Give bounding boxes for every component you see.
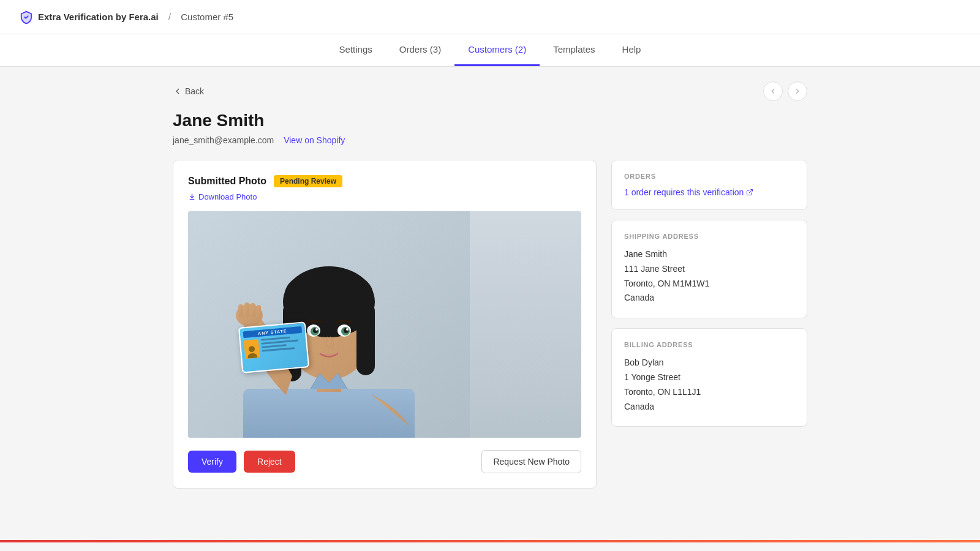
customer-meta: jane_smith@example.com View on Shopify xyxy=(173,135,807,145)
back-nav-row: Back xyxy=(173,81,807,101)
id-card-info xyxy=(261,335,304,358)
billing-address-card: BILLING ADDRESS Bob Dylan 1 Yonge Street… xyxy=(611,328,807,427)
illustration-bg: ANY STATE xyxy=(188,211,581,438)
shield-icon xyxy=(20,10,33,24)
shipping-country: Canada xyxy=(624,291,794,305)
svg-rect-9 xyxy=(356,302,375,375)
photo-card-header: Submitted Photo Pending Review xyxy=(188,175,581,187)
billing-address-title: BILLING ADDRESS xyxy=(624,341,794,348)
svg-rect-20 xyxy=(238,304,243,318)
id-card-line-4 xyxy=(262,347,295,352)
nav-arrows xyxy=(763,81,807,101)
id-card-photo xyxy=(244,339,260,359)
customer-name: Jane Smith xyxy=(173,111,807,130)
billing-country: Canada xyxy=(624,400,794,414)
svg-point-24 xyxy=(249,346,255,353)
svg-point-17 xyxy=(315,328,318,331)
svg-point-18 xyxy=(346,328,349,331)
brand-name: Extra Verification by Fera.ai xyxy=(38,12,159,22)
top-bar: Extra Verification by Fera.ai / Customer… xyxy=(0,0,980,34)
right-panel: ORDERS 1 order requires this verificatio… xyxy=(611,160,807,427)
shipping-street: 111 Jane Street xyxy=(624,262,794,277)
shipping-address-title: SHIPPING ADDRESS xyxy=(624,233,794,240)
orders-link[interactable]: 1 order requires this verification xyxy=(624,187,794,197)
svg-rect-22 xyxy=(251,303,255,317)
svg-rect-23 xyxy=(257,305,261,317)
content-grid: Submitted Photo Pending Review Download … xyxy=(173,160,807,489)
person-illustration xyxy=(188,211,470,438)
nav-item-orders[interactable]: Orders (3) xyxy=(386,34,454,66)
breadcrumb-separator: / xyxy=(168,12,171,23)
shipping-address-block: Jane Smith 111 Jane Street Toronto, ON M… xyxy=(624,247,794,305)
action-row: Verify Reject Request New Photo xyxy=(188,450,581,473)
photo-card-title: Submitted Photo xyxy=(188,176,266,187)
shipping-name: Jane Smith xyxy=(624,247,794,262)
orders-card: ORDERS 1 order requires this verificatio… xyxy=(611,160,807,210)
pending-badge: Pending Review xyxy=(274,175,342,187)
id-card-body xyxy=(244,335,304,359)
action-left: Verify Reject xyxy=(188,451,295,473)
arrow-left-icon xyxy=(769,87,777,96)
next-customer-button[interactable] xyxy=(788,81,807,101)
nav-item-templates[interactable]: Templates xyxy=(540,34,608,66)
back-link[interactable]: Back xyxy=(173,86,204,96)
verify-button[interactable]: Verify xyxy=(188,451,236,473)
shipping-city: Toronto, ON M1M1W1 xyxy=(624,277,794,291)
svg-rect-4 xyxy=(243,389,415,438)
svg-rect-21 xyxy=(244,302,249,317)
id-card-overlay: ANY STATE xyxy=(238,321,309,373)
id-card-person-icon xyxy=(246,344,258,358)
arrow-right-icon xyxy=(793,87,802,96)
billing-name: Bob Dylan xyxy=(624,356,794,370)
download-icon xyxy=(188,193,196,201)
photo-container: ANY STATE xyxy=(188,211,581,438)
reject-button[interactable]: Reject xyxy=(244,451,295,473)
brand: Extra Verification by Fera.ai xyxy=(20,10,159,24)
prev-customer-button[interactable] xyxy=(763,81,783,101)
external-link-icon xyxy=(746,189,753,196)
shipping-address-card: SHIPPING ADDRESS Jane Smith 111 Jane Str… xyxy=(611,220,807,318)
nav-item-help[interactable]: Help xyxy=(609,34,655,66)
nav-item-customers[interactable]: Customers (2) xyxy=(454,34,540,66)
orders-card-title: ORDERS xyxy=(624,173,794,180)
chevron-left-icon xyxy=(173,86,183,96)
billing-city: Toronto, ON L1L1J1 xyxy=(624,385,794,400)
breadcrumb-current: Customer #5 xyxy=(181,12,233,22)
view-on-shopify-link[interactable]: View on Shopify xyxy=(284,135,345,145)
main-content: Back Jane Smith jane_smith@example.com V… xyxy=(153,67,827,503)
svg-line-25 xyxy=(749,190,753,193)
customer-email: jane_smith@example.com xyxy=(173,135,274,145)
svg-point-10 xyxy=(285,269,373,318)
request-new-photo-button[interactable]: Request New Photo xyxy=(481,450,581,473)
bottom-bar xyxy=(0,540,980,542)
photo-card: Submitted Photo Pending Review Download … xyxy=(173,160,597,489)
billing-address-block: Bob Dylan 1 Yonge Street Toronto, ON L1L… xyxy=(624,356,794,414)
billing-street: 1 Yonge Street xyxy=(624,370,794,385)
main-nav: Settings Orders (3) Customers (2) Templa… xyxy=(0,34,980,67)
nav-item-settings[interactable]: Settings xyxy=(326,34,386,66)
download-photo-link[interactable]: Download Photo xyxy=(188,192,581,201)
